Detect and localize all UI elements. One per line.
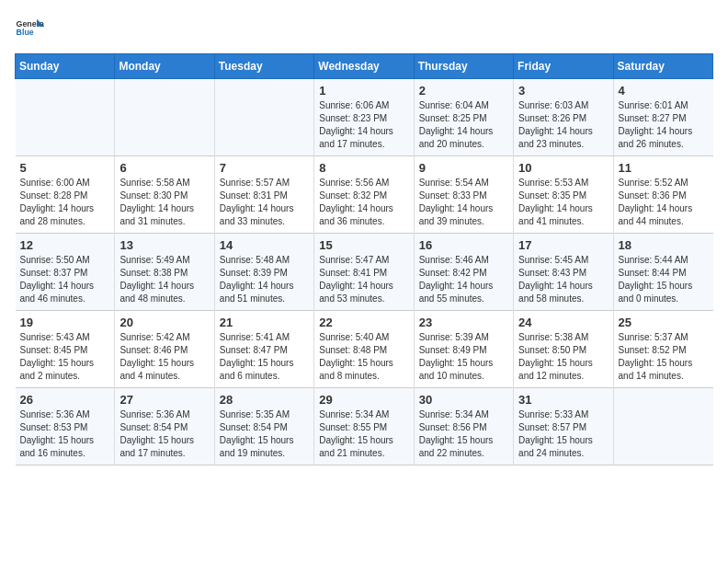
cell-info: Daylight: 15 hours bbox=[220, 357, 309, 370]
calendar-cell: 25Sunrise: 5:37 AMSunset: 8:52 PMDayligh… bbox=[613, 311, 712, 388]
cell-info: Daylight: 15 hours bbox=[119, 434, 209, 447]
cell-info: Sunset: 8:47 PM bbox=[220, 344, 309, 357]
calendar-cell bbox=[16, 79, 115, 156]
cell-info: and 0 minutes. bbox=[619, 293, 709, 305]
cell-info: Sunrise: 5:56 AM bbox=[319, 177, 408, 190]
calendar-cell bbox=[115, 79, 214, 156]
day-number: 17 bbox=[518, 238, 608, 252]
calendar-cell: 19Sunrise: 5:43 AMSunset: 8:45 PMDayligh… bbox=[16, 311, 115, 388]
calendar-cell: 24Sunrise: 5:38 AMSunset: 8:50 PMDayligh… bbox=[514, 311, 613, 388]
cell-info: Sunrise: 5:33 AM bbox=[518, 408, 608, 421]
cell-info: Daylight: 14 hours bbox=[119, 280, 209, 293]
calendar-cell: 23Sunrise: 5:39 AMSunset: 8:49 PMDayligh… bbox=[414, 311, 513, 388]
calendar-cell: 7Sunrise: 5:57 AMSunset: 8:31 PMDaylight… bbox=[214, 156, 313, 234]
cell-info: Sunset: 8:26 PM bbox=[518, 112, 608, 125]
calendar-header: SundayMondayTuesdayWednesdayThursdayFrid… bbox=[16, 54, 713, 79]
cell-info: Sunset: 8:54 PM bbox=[220, 421, 309, 434]
cell-info: Sunrise: 5:52 AM bbox=[619, 177, 709, 190]
cell-info: and 12 minutes. bbox=[518, 370, 608, 383]
cell-info: Daylight: 14 hours bbox=[119, 202, 209, 215]
cell-info: Sunrise: 5:49 AM bbox=[119, 254, 209, 267]
cell-info: Sunset: 8:27 PM bbox=[619, 112, 709, 125]
cell-info: Sunrise: 5:48 AM bbox=[220, 254, 309, 267]
day-number: 27 bbox=[119, 393, 209, 407]
cell-info: Sunset: 8:56 PM bbox=[419, 421, 508, 434]
day-number: 25 bbox=[619, 316, 709, 329]
cell-info: and 24 minutes. bbox=[518, 447, 608, 460]
cell-info: Sunrise: 5:57 AM bbox=[220, 177, 309, 190]
day-number: 5 bbox=[20, 161, 110, 175]
calendar-cell: 10Sunrise: 5:53 AMSunset: 8:35 PMDayligh… bbox=[514, 156, 613, 234]
cell-info: Sunset: 8:37 PM bbox=[20, 267, 110, 280]
logo-icon: GeneralBlue bbox=[15, 15, 44, 44]
cell-info: Sunrise: 5:46 AM bbox=[419, 254, 508, 267]
calendar-cell: 15Sunrise: 5:47 AMSunset: 8:41 PMDayligh… bbox=[314, 234, 414, 311]
cell-info: Daylight: 15 hours bbox=[518, 357, 608, 370]
cell-info: and 19 minutes. bbox=[220, 447, 309, 460]
calendar-cell: 2Sunrise: 6:04 AMSunset: 8:25 PMDaylight… bbox=[414, 79, 513, 156]
day-number: 20 bbox=[119, 316, 209, 329]
cell-info: Daylight: 15 hours bbox=[319, 434, 408, 447]
weekday-header-sunday: Sunday bbox=[16, 54, 115, 79]
cell-info: and 41 minutes. bbox=[518, 215, 608, 228]
cell-info: Sunset: 8:33 PM bbox=[419, 190, 508, 202]
cell-info: Sunset: 8:36 PM bbox=[619, 190, 709, 202]
cell-info: Daylight: 14 hours bbox=[20, 202, 110, 215]
cell-info: and 21 minutes. bbox=[319, 447, 408, 460]
cell-info: Sunrise: 5:34 AM bbox=[319, 408, 408, 421]
day-number: 19 bbox=[20, 316, 110, 329]
cell-info: Daylight: 14 hours bbox=[518, 125, 608, 138]
cell-info: Daylight: 15 hours bbox=[619, 280, 709, 293]
calendar-cell: 4Sunrise: 6:01 AMSunset: 8:27 PMDaylight… bbox=[613, 79, 712, 156]
cell-info: and 6 minutes. bbox=[220, 370, 309, 383]
calendar-week-row: 19Sunrise: 5:43 AMSunset: 8:45 PMDayligh… bbox=[16, 311, 713, 388]
cell-info: Sunset: 8:31 PM bbox=[220, 190, 309, 202]
calendar-cell bbox=[613, 388, 712, 465]
calendar-cell: 11Sunrise: 5:52 AMSunset: 8:36 PMDayligh… bbox=[613, 156, 712, 234]
cell-info: Sunrise: 6:04 AM bbox=[419, 99, 508, 112]
cell-info: Daylight: 15 hours bbox=[20, 357, 110, 370]
day-number: 21 bbox=[220, 316, 309, 329]
cell-info: Daylight: 14 hours bbox=[619, 202, 709, 215]
day-number: 15 bbox=[319, 238, 408, 252]
logo: GeneralBlue bbox=[15, 15, 44, 44]
cell-info: and 31 minutes. bbox=[119, 215, 209, 228]
cell-info: and 55 minutes. bbox=[419, 293, 508, 305]
cell-info: and 10 minutes. bbox=[419, 370, 508, 383]
cell-info: Sunset: 8:38 PM bbox=[119, 267, 209, 280]
calendar-week-row: 1Sunrise: 6:06 AMSunset: 8:23 PMDaylight… bbox=[16, 79, 713, 156]
cell-info: Daylight: 14 hours bbox=[518, 280, 608, 293]
cell-info: Sunrise: 5:36 AM bbox=[119, 408, 209, 421]
cell-info: Sunrise: 5:37 AM bbox=[619, 331, 709, 344]
cell-info: Sunrise: 5:41 AM bbox=[220, 331, 309, 344]
calendar-cell: 30Sunrise: 5:34 AMSunset: 8:56 PMDayligh… bbox=[414, 388, 513, 465]
cell-info: and 14 minutes. bbox=[619, 370, 709, 383]
weekday-header-wednesday: Wednesday bbox=[314, 54, 414, 79]
calendar-cell: 31Sunrise: 5:33 AMSunset: 8:57 PMDayligh… bbox=[514, 388, 613, 465]
cell-info: Daylight: 14 hours bbox=[220, 202, 309, 215]
cell-info: Daylight: 15 hours bbox=[518, 434, 608, 447]
day-number: 7 bbox=[220, 161, 309, 175]
cell-info: Sunrise: 5:45 AM bbox=[518, 254, 608, 267]
cell-info: Sunrise: 5:58 AM bbox=[119, 177, 209, 190]
cell-info: Sunrise: 5:36 AM bbox=[20, 408, 110, 421]
day-number: 3 bbox=[518, 84, 608, 98]
calendar-week-row: 5Sunrise: 6:00 AMSunset: 8:28 PMDaylight… bbox=[16, 156, 713, 234]
cell-info: Daylight: 14 hours bbox=[518, 202, 608, 215]
calendar-cell: 29Sunrise: 5:34 AMSunset: 8:55 PMDayligh… bbox=[314, 388, 414, 465]
calendar-cell bbox=[214, 79, 313, 156]
weekday-header-tuesday: Tuesday bbox=[214, 54, 313, 79]
calendar-cell: 3Sunrise: 6:03 AMSunset: 8:26 PMDaylight… bbox=[514, 79, 613, 156]
day-number: 8 bbox=[319, 161, 408, 175]
weekday-header-monday: Monday bbox=[115, 54, 214, 79]
cell-info: Sunrise: 6:03 AM bbox=[518, 99, 608, 112]
cell-info: and 53 minutes. bbox=[319, 293, 408, 305]
cell-info: Sunrise: 5:54 AM bbox=[419, 177, 508, 190]
header: GeneralBlue bbox=[15, 15, 713, 44]
calendar-cell: 21Sunrise: 5:41 AMSunset: 8:47 PMDayligh… bbox=[214, 311, 313, 388]
cell-info: and 51 minutes. bbox=[220, 293, 309, 305]
day-number: 26 bbox=[20, 393, 110, 407]
day-number: 23 bbox=[419, 316, 508, 329]
cell-info: Sunrise: 5:34 AM bbox=[419, 408, 508, 421]
day-number: 16 bbox=[419, 238, 508, 252]
